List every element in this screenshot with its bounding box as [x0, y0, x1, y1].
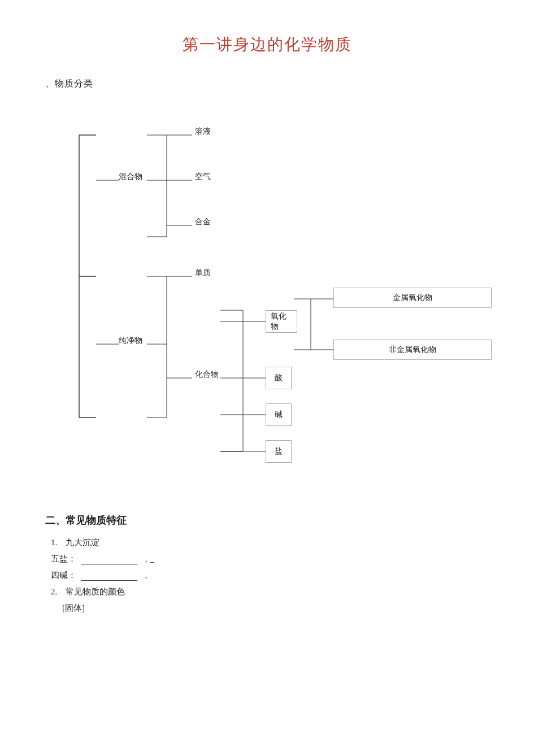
item-1-line2: 四碱： ，	[51, 570, 489, 581]
label-huahewu: 化合物	[195, 370, 219, 380]
item-1-number: 1.	[51, 538, 57, 547]
box-jian: 碱	[266, 403, 292, 426]
label-hejin: 合金	[195, 217, 211, 227]
item-2-number: 2.	[51, 587, 57, 596]
label-chunjingwu: 纯净物	[119, 336, 142, 346]
box-jinshu-yanghuawu: 金属氧化物	[333, 288, 492, 308]
box-yanghuawu: 氧化物	[266, 310, 297, 333]
section1-header: 、物质分类	[45, 78, 489, 90]
label-kongqi: 空气	[195, 172, 211, 182]
fill-1-2	[81, 571, 137, 581]
item-2-sub: [固体]	[62, 603, 489, 614]
item-2: 2. 常见物质的颜色	[51, 586, 489, 597]
item-1-line1: 五盐： ，_	[51, 554, 489, 564]
fill-1-1	[81, 554, 137, 564]
page-title: 第一讲身边的化学物质	[45, 34, 489, 55]
label-rongye: 溶液	[195, 127, 211, 137]
box-suan: 酸	[266, 367, 292, 389]
label-danzhi: 单质	[195, 268, 211, 278]
section2-header: 二、常见物质特征	[45, 514, 489, 527]
classification-diagram: 混合物 纯净物 溶液 空气 合金 单质 化合物 氧化物 酸 碱 盐 金属氧化物 …	[45, 101, 489, 497]
item-1-label: 九大沉淀	[66, 538, 99, 547]
box-yan: 盐	[266, 440, 292, 463]
box-feijinshu-yanghuawu: 非金属氧化物	[333, 340, 492, 360]
label-hunhewu: 混合物	[119, 172, 142, 182]
item-2-label: 常见物质的颜色	[66, 587, 125, 596]
item-1: 1. 九大沉淀	[51, 537, 489, 548]
